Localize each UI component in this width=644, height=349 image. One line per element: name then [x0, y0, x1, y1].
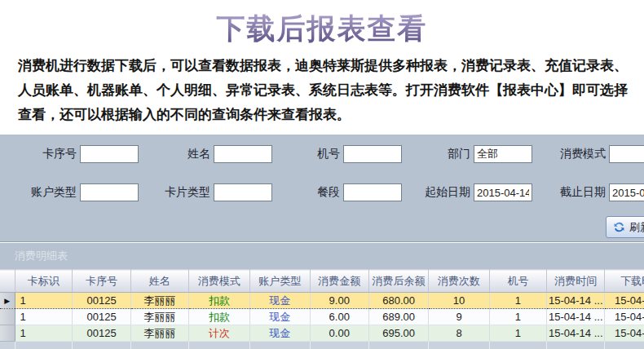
- table-cell[interactable]: 现金: [250, 293, 310, 309]
- column-header[interactable]: 下载时间: [605, 270, 644, 293]
- filter-label: 姓名: [121, 147, 210, 161]
- filter-label: 餐段: [250, 185, 340, 200]
- filter-label: 截止日期: [516, 185, 606, 200]
- filter-field: 起始日期: [381, 183, 532, 201]
- table-cell: [72, 342, 130, 349]
- table-header-row: 卡标识卡序号姓名消费模式账户类型消费金额消费后余额消费次数机号消费时间下载时间: [0, 270, 644, 293]
- table-cell[interactable]: 00125: [72, 293, 130, 309]
- filter-label: 账户类型: [0, 185, 77, 200]
- table-cell[interactable]: 计次: [188, 325, 249, 342]
- table-row-partial: [0, 342, 644, 349]
- table-cell[interactable]: 15-04-14 ...: [605, 325, 644, 342]
- table-row[interactable]: 100125李丽丽扣款现金6.00689.009115-04-14 ...15-…: [0, 309, 644, 325]
- table-cell: [188, 342, 249, 349]
- filter-input[interactable]: [609, 145, 644, 163]
- table-cell[interactable]: 15-04-14 ...: [547, 325, 605, 342]
- table-cell[interactable]: 1: [489, 309, 546, 325]
- filter-field: 消费模式: [516, 145, 644, 163]
- column-header[interactable]: 消费次数: [429, 270, 489, 293]
- table-row[interactable]: ▶100125李丽丽扣款现金9.00680.0010115-04-14 ...1…: [0, 293, 644, 309]
- column-header[interactable]: 卡序号: [72, 270, 130, 293]
- table-cell[interactable]: 1: [15, 325, 72, 342]
- column-header[interactable]: 消费金额: [310, 270, 368, 293]
- table-cell[interactable]: 1: [489, 325, 546, 342]
- refresh-button[interactable]: 刷新: [606, 216, 644, 238]
- row-selector-column-header: [0, 270, 15, 293]
- table-cell[interactable]: 李丽丽: [131, 309, 188, 325]
- table-cell[interactable]: 现金: [250, 325, 310, 342]
- table-cell[interactable]: 15-04-14 ...: [547, 309, 605, 325]
- filter-field: 账户类型: [0, 183, 139, 201]
- filter-field: 卡序号: [0, 145, 139, 163]
- filter-label: 部门: [381, 147, 470, 161]
- filter-field: 截止日期: [516, 183, 644, 201]
- table-cell[interactable]: 695.00: [368, 325, 428, 342]
- table-cell[interactable]: 15-04-14 ...: [605, 293, 644, 309]
- page-title: 下载后报表查看: [0, 10, 644, 48]
- filter-input[interactable]: [609, 183, 644, 201]
- row-selector-cell[interactable]: [0, 309, 15, 325]
- column-header[interactable]: 消费时间: [547, 270, 605, 293]
- column-header[interactable]: 卡标识: [15, 270, 72, 293]
- refresh-button-label: 刷新: [629, 220, 644, 235]
- table-cell: [489, 342, 546, 349]
- report-section-title: 消费明细表: [15, 249, 68, 263]
- filter-field: 部门: [381, 145, 532, 163]
- filter-label: 卡片类型: [121, 185, 210, 200]
- table-cell[interactable]: 689.00: [368, 309, 428, 325]
- table-cell[interactable]: 10: [429, 293, 489, 309]
- table-cell[interactable]: 李丽丽: [131, 293, 188, 309]
- column-header[interactable]: 消费后余额: [368, 270, 428, 293]
- filter-label: 起始日期: [381, 185, 470, 200]
- refresh-icon: [613, 221, 625, 233]
- filter-label: 机号: [250, 147, 340, 161]
- filter-panel: 卡序号姓名机号部门消费模式账户类型卡片类型餐段起始日期截止日期 刷新: [0, 135, 644, 242]
- table-cell[interactable]: 0.00: [310, 325, 368, 342]
- table-cell: [15, 342, 72, 349]
- filter-label: 卡序号: [0, 147, 77, 161]
- table-cell[interactable]: 李丽丽: [131, 325, 188, 342]
- table-cell[interactable]: 扣款: [188, 293, 249, 309]
- consumption-detail-table: 卡标识卡序号姓名消费模式账户类型消费金额消费后余额消费次数机号消费时间下载时间 …: [0, 269, 644, 349]
- row-selector-arrow-icon[interactable]: ▶: [0, 293, 15, 309]
- table-cell[interactable]: 9.00: [310, 293, 368, 309]
- table-cell[interactable]: 00125: [72, 309, 130, 325]
- table-cell: [250, 342, 310, 349]
- table-cell: [429, 342, 489, 349]
- consumption-detail-grid: 卡标识卡序号姓名消费模式账户类型消费金额消费后余额消费次数机号消费时间下载时间 …: [0, 269, 644, 349]
- table-cell[interactable]: 9: [429, 309, 489, 325]
- table-cell[interactable]: 680.00: [368, 293, 428, 309]
- table-cell[interactable]: 6.00: [310, 309, 368, 325]
- table-cell[interactable]: 扣款: [188, 309, 249, 325]
- table-cell[interactable]: 8: [429, 325, 489, 342]
- filter-field: 餐段: [250, 183, 402, 201]
- table-cell[interactable]: 1: [489, 293, 546, 309]
- column-header[interactable]: 账户类型: [250, 270, 310, 293]
- table-cell[interactable]: 15-04-14 ...: [605, 309, 644, 325]
- table-row[interactable]: 100125李丽丽计次现金0.00695.008115-04-14 ...15-…: [0, 325, 644, 342]
- description-paragraph: 消费机进行数据下载后，可以查看数据报表，迪奥特莱斯提供多种报表，消费记录表、充值…: [18, 54, 636, 127]
- report-viewer-screen: 下载后报表查看 消费机进行数据下载后，可以查看数据报表，迪奥特莱斯提供多种报表，…: [0, 0, 644, 349]
- report-section-bar: 消费明细表: [0, 243, 644, 269]
- row-selector-cell[interactable]: [0, 325, 15, 342]
- table-cell[interactable]: 00125: [72, 325, 130, 342]
- table-cell[interactable]: 1: [15, 293, 72, 309]
- description-line: 消费机进行数据下载后，可以查看数据报表，迪奥特莱斯提供多种报表，消费记录表、充值…: [18, 54, 636, 78]
- table-cell: [547, 342, 605, 349]
- filter-label: 消费模式: [516, 147, 606, 161]
- table-cell[interactable]: 1: [15, 309, 72, 325]
- column-header[interactable]: 姓名: [131, 270, 188, 293]
- table-cell[interactable]: 15-04-14 ...: [547, 293, 605, 309]
- table-cell[interactable]: 现金: [250, 309, 310, 325]
- table-cell: [131, 342, 188, 349]
- filter-field: 机号: [250, 145, 402, 163]
- table-cell: [0, 342, 15, 349]
- column-header[interactable]: 机号: [489, 270, 546, 293]
- table-cell: [310, 342, 368, 349]
- table-cell: [605, 342, 644, 349]
- description-line: 查看，还可以根据输入的不同的查询条件来查看报表。: [18, 103, 636, 127]
- column-header[interactable]: 消费模式: [188, 270, 249, 293]
- description-line: 人员账单、机器账单、个人明细、异常记录表、系统日志表等。打开消费软件【报表中心】…: [18, 78, 636, 103]
- table-cell: [368, 342, 428, 349]
